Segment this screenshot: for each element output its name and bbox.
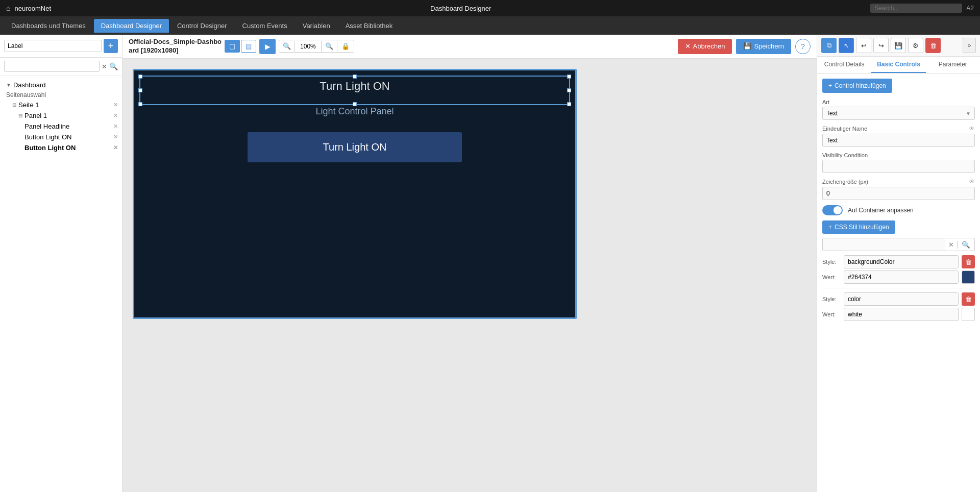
wert-label-2: Wert: (822, 311, 841, 317)
visibility-input[interactable] (822, 160, 975, 173)
save-button[interactable]: 💾 Speichern (736, 39, 791, 54)
style-row-2: Style: color 🗑 (822, 292, 975, 306)
tab-parameter[interactable]: Parameter (926, 57, 980, 73)
css-search-go-button[interactable]: 🔍 (957, 241, 974, 249)
tree-item-panel-headline[interactable]: Panel Headline ✕ (2, 121, 120, 132)
auf-container-row: Auf Container anpassen (822, 205, 975, 215)
right-panel-tabs: Control Details Basic Controls Parameter (817, 57, 980, 73)
zoom-controls: 🔍 100% 🔍 🔒 (279, 40, 354, 53)
style-row-1: Style: backgroundColor 🗑 (822, 255, 975, 268)
tree-item-panel1[interactable]: ⊟ Panel 1 ✕ (2, 110, 120, 121)
clear-search-button[interactable]: ✕ (102, 63, 107, 70)
handle-bc[interactable] (353, 102, 357, 106)
label-dropdown[interactable]: Label (4, 40, 102, 52)
wert-row-1: Wert: (822, 270, 975, 284)
view-split-button[interactable]: ▤ (241, 40, 256, 53)
wert-label-1: Wert: (822, 274, 841, 280)
wert-input-1[interactable] (844, 270, 959, 284)
add-control-button[interactable]: + Control hinzufügen (822, 79, 892, 93)
tab-assets[interactable]: Asset Bibliothek (338, 19, 400, 33)
tab-variablen[interactable]: Variablen (296, 19, 337, 33)
zeichengroesse-label: Zeichengröße (px) 👁 (822, 178, 975, 185)
play-button[interactable]: ▶ (259, 39, 276, 54)
style-select-1[interactable]: backgroundColor (844, 255, 959, 268)
tree-item-dashboard[interactable]: ▼ Dashboard (2, 80, 120, 90)
help-button[interactable]: ? (795, 39, 811, 54)
tree-close-button-light-on-selected[interactable]: ✕ (113, 144, 118, 151)
wert-input-2[interactable] (844, 308, 959, 321)
tree-item-seite1[interactable]: ⊟ Seite 1 ✕ (2, 100, 120, 110)
home-icon: ⌂ (6, 4, 10, 12)
eye-icon-name[interactable]: 👁 (969, 125, 975, 132)
tree-close-panel-headline[interactable]: ✕ (113, 123, 118, 130)
cancel-x-icon: ✕ (685, 42, 691, 50)
brand-name: neuroomNet (14, 5, 51, 12)
cancel-button[interactable]: ✕ Abbrechen (678, 39, 732, 54)
style-select-2[interactable]: color (844, 292, 959, 306)
dashboard-canvas: Turn Light ON Light Control Panel Turn L… (133, 69, 577, 319)
sidebar-search-input[interactable] (4, 61, 100, 72)
css-search-clear-button[interactable]: ✕ (945, 241, 957, 249)
rpt-cursor-button[interactable]: ↖ (839, 38, 854, 53)
tree-item-button-light-on-selected[interactable]: Button Light ON ✕ (2, 142, 120, 153)
zoom-value: 100% (295, 41, 322, 52)
tree-close-seite1[interactable]: ✕ (113, 102, 118, 108)
eindeutiger-name-input[interactable] (822, 134, 975, 147)
style-delete-1-button[interactable]: 🗑 (962, 255, 975, 268)
page-title: Dashboard Designer (430, 5, 491, 12)
css-search-input[interactable] (823, 238, 945, 251)
handle-bl[interactable] (138, 102, 142, 106)
css-search-row: ✕ 🔍 (822, 238, 975, 251)
toolbar-row: Official-Docs_Simple-Dashbo ard [1920x10… (122, 35, 817, 59)
canvas-button[interactable]: Turn Light ON (248, 132, 462, 162)
zoom-in-button[interactable]: 🔍 (279, 40, 295, 52)
tree-item-button-light-on[interactable]: Button Light ON ✕ (2, 132, 120, 142)
handle-br[interactable] (567, 102, 571, 106)
css-stil-add-button[interactable]: + CSS Stil hinzufügen (822, 220, 895, 234)
rpt-settings-button[interactable]: ⚙ (908, 38, 923, 53)
center-area: Official-Docs_Simple-Dashbo ard [1920x10… (122, 35, 817, 492)
rpt-expand-button[interactable]: » (963, 38, 976, 53)
tab-custom-events[interactable]: Custom Events (235, 19, 295, 33)
left-panel: Label + ✕ 🔍 ▼ Dashboard Seitenauswahl ⊟ … (0, 35, 122, 492)
auf-container-label: Auf Container anpassen (848, 207, 914, 214)
tab-basic-controls[interactable]: Basic Controls (871, 57, 925, 73)
project-title: Official-Docs_Simple-Dashbo ard [1920x10… (129, 38, 222, 55)
art-select[interactable]: Text (822, 107, 975, 120)
main-layout: Label + ✕ 🔍 ▼ Dashboard Seitenauswahl ⊟ … (0, 35, 980, 492)
right-panel-toolbar: ⧉ ↖ ↩ ↪ 💾 ⚙ 🗑 » (817, 35, 980, 57)
rpt-copy-button[interactable]: ⧉ (821, 38, 837, 53)
rpt-save-small-button[interactable]: 💾 (891, 38, 906, 53)
search-button[interactable]: 🔍 (109, 62, 118, 70)
tree-label-seitenauswahl: Seitenauswahl (2, 90, 120, 100)
zeichengroesse-input[interactable] (822, 187, 975, 200)
nav-tabs: Dashboards und Themes Dashboard Designer… (0, 16, 980, 35)
style-label-1: Style: (822, 259, 841, 265)
tab-control-details[interactable]: Control Details (817, 57, 871, 73)
auf-container-toggle[interactable] (822, 205, 843, 215)
eye-icon-zeichengroesse[interactable]: 👁 (969, 178, 975, 185)
right-panel: ⧉ ↖ ↩ ↪ 💾 ⚙ 🗑 » Control Details Basic Co… (817, 35, 980, 492)
tree-close-button-light-on[interactable]: ✕ (113, 134, 118, 140)
topbar: ⌂ neuroomNet Dashboard Designer A2 (0, 0, 980, 16)
tab-designer[interactable]: Dashboard Designer (94, 19, 169, 33)
canvas-panel-title: Light Control Panel (134, 106, 575, 117)
tree-close-panel1[interactable]: ✕ (113, 112, 118, 119)
right-panel-content: + Control hinzufügen Art Text ▼ Eindeuti… (817, 73, 980, 492)
style-delete-2-button[interactable]: 🗑 (962, 292, 975, 306)
tab-control-designer[interactable]: Control Designer (170, 19, 234, 33)
color-swatch-2[interactable] (962, 308, 975, 321)
lock-button[interactable]: 🔒 (337, 40, 354, 52)
color-swatch-1[interactable] (962, 270, 975, 284)
view-desktop-button[interactable]: ▢ (225, 40, 240, 53)
rpt-redo-button[interactable]: ↪ (873, 38, 889, 53)
canvas-headline: Turn Light ON (134, 70, 575, 102)
zoom-out-button[interactable]: 🔍 (322, 40, 337, 52)
topbar-search-input[interactable] (870, 4, 962, 13)
add-label-button[interactable]: + (104, 39, 118, 53)
rpt-undo-button[interactable]: ↩ (856, 38, 871, 53)
wert-row-2: Wert: (822, 308, 975, 321)
tab-dashboards[interactable]: Dashboards und Themes (4, 19, 93, 33)
canvas-area[interactable]: Turn Light ON Light Control Panel Turn L… (122, 59, 817, 492)
rpt-delete-button[interactable]: 🗑 (925, 38, 941, 53)
